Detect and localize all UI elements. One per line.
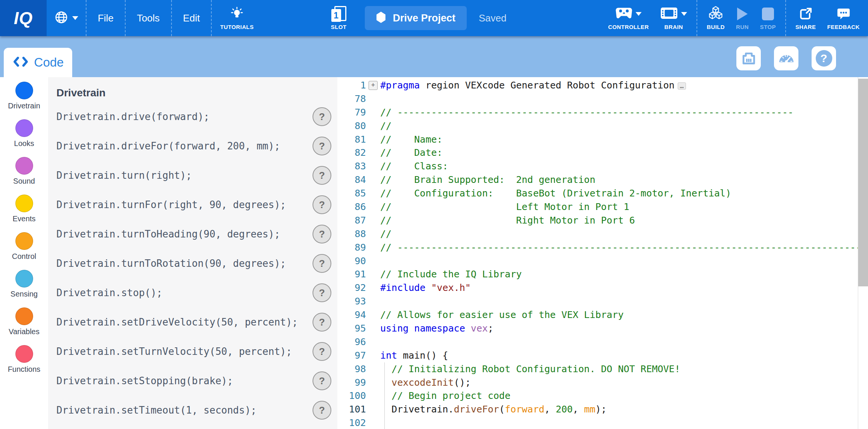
tab-code[interactable]: Code — [4, 48, 72, 77]
code-line[interactable]: 100 // Begin project code — [337, 389, 868, 403]
code-line[interactable]: 94// Allows for easier use of the VEX Li… — [337, 308, 868, 322]
code-text[interactable]: using namespace vex; — [380, 322, 868, 335]
code-line[interactable]: 101 Drivetrain.driveFor(forward, 200, mm… — [337, 403, 868, 416]
command-item[interactable]: Drivetrain.setTimeout(1, seconds);? — [48, 396, 337, 425]
sidebar-item-events[interactable]: Events — [0, 195, 48, 232]
stop-button[interactable]: STOP — [754, 0, 782, 36]
sidebar-item-looks[interactable]: Looks — [0, 119, 48, 157]
command-item[interactable]: Drivetrain.stop();? — [48, 278, 337, 307]
sidebar-item-control[interactable]: Control — [0, 232, 48, 270]
code-line[interactable]: 85// Configuration: BaseBot (Drivetrain … — [337, 187, 868, 200]
category-color-dot[interactable] — [15, 232, 33, 250]
code-text[interactable] — [380, 416, 868, 429]
code-line[interactable]: 87// Right Motor in Port 6 — [337, 214, 868, 227]
code-line[interactable]: 83// Class: — [337, 160, 868, 173]
category-color-dot[interactable] — [15, 119, 33, 137]
menu-file[interactable]: File — [86, 0, 125, 36]
command-item[interactable]: Drivetrain.setTurnVelocity(50, percent);… — [48, 337, 337, 366]
code-line[interactable]: 80// — [337, 119, 868, 133]
code-line[interactable]: 98 // Initializing Robot Configuration. … — [337, 362, 868, 376]
command-item[interactable]: Drivetrain.driveFor(forward, 200, mm);? — [48, 131, 337, 161]
project-name-button[interactable]: Drive Project — [365, 6, 467, 30]
code-text[interactable]: vexcodeInit(); — [380, 376, 868, 389]
category-color-dot[interactable] — [15, 82, 33, 99]
folded-code-ellipsis[interactable]: … — [678, 82, 686, 90]
code-text[interactable]: #pragma region VEXcode Generated Robot C… — [380, 79, 868, 92]
code-text[interactable]: // Date: — [380, 146, 868, 160]
command-help-button[interactable]: ? — [313, 342, 331, 361]
fold-expand-icon[interactable]: + — [369, 81, 378, 90]
command-text[interactable]: Drivetrain.turnToHeading(90, degrees); — [56, 228, 313, 240]
brain-button[interactable]: BRAIN — [654, 0, 693, 36]
command-item[interactable]: Drivetrain.turn(right);? — [48, 161, 337, 190]
code-text[interactable]: // — [380, 227, 868, 241]
code-text[interactable]: // Class: — [380, 160, 868, 173]
command-help-button[interactable]: ? — [313, 313, 331, 332]
code-text[interactable]: // — [380, 119, 868, 133]
command-text[interactable]: Drivetrain.driveFor(forward, 200, mm); — [56, 140, 313, 152]
command-help-button[interactable]: ? — [313, 225, 331, 243]
code-line[interactable]: 96 — [337, 335, 868, 349]
code-text[interactable] — [380, 295, 868, 308]
build-button[interactable]: BUILD — [701, 0, 730, 36]
category-color-dot[interactable] — [15, 307, 33, 325]
editor-scrollbar[interactable] — [858, 77, 868, 429]
code-line[interactable]: 82// Date: — [337, 146, 868, 160]
code-text[interactable]: // Configuration: BaseBot (Drivetrain 2-… — [380, 187, 868, 200]
code-text[interactable] — [380, 92, 868, 106]
code-line[interactable]: 99 vexcodeInit(); — [337, 376, 868, 389]
command-item[interactable]: Drivetrain.setStopping(brake);? — [48, 366, 337, 396]
code-text[interactable]: // Name: — [380, 133, 868, 146]
command-help-button[interactable]: ? — [313, 137, 331, 155]
code-line[interactable]: 1+#pragma region VEXcode Generated Robot… — [337, 79, 868, 92]
device-info-button[interactable] — [736, 46, 761, 70]
command-text[interactable]: Drivetrain.turnToRotation(90, degrees); — [56, 258, 313, 269]
code-text[interactable]: // -------------------------------------… — [380, 106, 868, 119]
code-line[interactable]: 93 — [337, 295, 868, 308]
code-line[interactable]: 91// Include the IQ Library — [337, 268, 868, 281]
code-text[interactable]: // Begin project code — [380, 389, 868, 403]
menu-tools[interactable]: Tools — [126, 0, 171, 36]
code-editor[interactable]: 1+#pragma region VEXcode Generated Robot… — [337, 77, 868, 429]
code-text[interactable]: Drivetrain.driveFor(forward, 200, mm); — [380, 403, 868, 416]
sidebar-item-variables[interactable]: Variables — [0, 307, 48, 345]
code-line[interactable]: 88// — [337, 227, 868, 241]
code-text[interactable]: // Include the IQ Library — [380, 268, 868, 281]
command-help-button[interactable]: ? — [313, 283, 331, 302]
category-color-dot[interactable] — [15, 195, 33, 212]
code-text[interactable]: // Brain Supported: 2nd generation — [380, 173, 868, 187]
code-text[interactable]: // Allows for easier use of the VEX Libr… — [380, 308, 868, 322]
language-menu[interactable] — [47, 0, 86, 36]
menu-edit[interactable]: Edit — [172, 0, 211, 36]
code-line[interactable]: 90 — [337, 254, 868, 268]
code-text[interactable]: int main() { — [380, 349, 868, 362]
command-text[interactable]: Drivetrain.stop(); — [56, 287, 313, 298]
command-text[interactable]: Drivetrain.setStopping(brake); — [56, 375, 313, 386]
code-text[interactable]: // Right Motor in Port 6 — [380, 214, 868, 227]
controller-button[interactable]: CONTROLLER — [602, 0, 654, 36]
run-button[interactable]: RUN — [730, 0, 754, 36]
code-line[interactable]: 97int main() { — [337, 349, 868, 362]
code-line[interactable]: 95using namespace vex; — [337, 322, 868, 335]
code-text[interactable] — [380, 335, 868, 349]
feedback-button[interactable]: FEEDBACK — [821, 0, 868, 36]
share-button[interactable]: SHARE — [790, 0, 822, 36]
command-help-button[interactable]: ? — [313, 401, 331, 420]
command-text[interactable]: Drivetrain.setTimeout(1, seconds); — [56, 405, 313, 416]
tutorials-button[interactable]: TUTORIALS — [212, 0, 262, 36]
sidebar-item-drivetrain[interactable]: Drivetrain — [0, 82, 48, 119]
command-text[interactable]: Drivetrain.turn(right); — [56, 170, 313, 181]
command-help-button[interactable]: ? — [313, 107, 331, 126]
code-text[interactable]: // Initializing Robot Configuration. DO … — [380, 362, 868, 376]
command-help-button[interactable]: ? — [313, 254, 331, 273]
code-text[interactable]: // Left Motor in Port 1 — [380, 200, 868, 214]
code-line[interactable]: 79// -----------------------------------… — [337, 106, 868, 119]
code-line[interactable]: 81// Name: — [337, 133, 868, 146]
command-help-button[interactable]: ? — [313, 166, 331, 185]
code-text[interactable]: #include "vex.h" — [380, 281, 868, 295]
command-item[interactable]: Drivetrain.turnFor(right, 90, degrees);? — [48, 190, 337, 219]
sidebar-item-functions[interactable]: Functions — [0, 345, 48, 383]
command-text[interactable]: Drivetrain.setTurnVelocity(50, percent); — [56, 346, 313, 357]
code-line[interactable]: 86// Left Motor in Port 1 — [337, 200, 868, 214]
command-item[interactable]: Drivetrain.turnToRotation(90, degrees);? — [48, 249, 337, 278]
